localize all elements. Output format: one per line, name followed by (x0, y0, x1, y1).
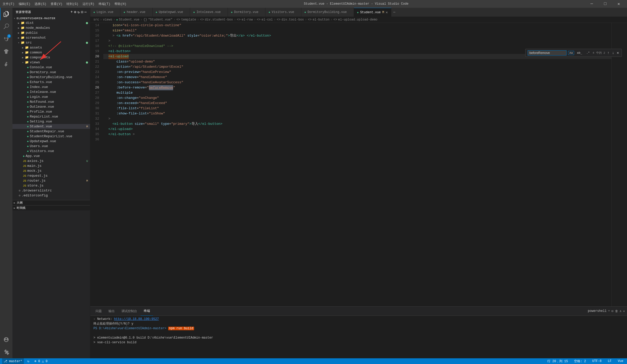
tab-header[interactable]: ◆ header.vue ✕ (120, 8, 152, 17)
find-prev-button[interactable]: ↑ (607, 50, 610, 56)
activity-scm[interactable]: 1 (0, 33, 12, 45)
tree-item-index-vue[interactable]: ◆ Index.vue (12, 85, 90, 90)
tree-item-mock-js[interactable]: JS mock.js (12, 168, 90, 173)
refresh-icon[interactable]: ↻ (78, 10, 80, 14)
menu-view[interactable]: 查看(V) (51, 2, 63, 6)
minimize-button[interactable]: ─ (586, 0, 597, 8)
terminal-content[interactable]: - Network: http://10.18.88.190:9527 终止批处… (90, 316, 627, 358)
tab-student[interactable]: ◆ Student.vue M ✕ (354, 8, 391, 17)
find-input[interactable] (528, 50, 567, 56)
new-folder-icon[interactable]: ⊕ (74, 10, 76, 14)
sync-button[interactable]: ↻ (26, 358, 31, 364)
tree-item-components[interactable]: ▶ 📁 components (12, 55, 90, 60)
tree-root[interactable]: ▾ ELEMENTUIADMIN-MASTER (12, 16, 90, 20)
tree-item-dist[interactable]: ▶ 📁 dist (12, 20, 90, 25)
tab-close-icon[interactable]: ✕ (386, 10, 388, 15)
tab-intoleave[interactable]: ◆ Intoleave.vue ✕ (190, 8, 228, 17)
tree-item-router-js[interactable]: JS router.js M (12, 178, 90, 183)
tree-item-assets[interactable]: ▶ 📁 assets (12, 45, 90, 50)
tree-item-public[interactable]: ▶ 📁 public (12, 30, 90, 35)
find-next-button[interactable]: ↓ (611, 50, 615, 56)
maximize-button[interactable]: □ (599, 0, 611, 8)
tree-item-store-js[interactable]: JS store.js (12, 183, 90, 188)
menu-edit[interactable]: 编辑(E) (19, 2, 31, 6)
menu-select[interactable]: 选择(S) (35, 2, 46, 6)
tab-updatepwd[interactable]: ◆ Updatepwd.vue ✕ (153, 8, 190, 17)
activity-settings[interactable] (0, 346, 12, 358)
activity-accounts[interactable] (0, 333, 12, 346)
tree-item-screenshot[interactable]: ▶ 📁 screenshot (12, 35, 90, 40)
menu-run[interactable]: 运行(R) (83, 2, 94, 6)
find-close-button[interactable]: ✕ (616, 50, 619, 56)
activity-debug[interactable] (0, 45, 12, 58)
tree-item-repairlist-vue[interactable]: ◆ RepairList.vue (12, 114, 90, 119)
tree-item-views[interactable]: ▾ 📁 views (12, 60, 90, 65)
tab-dormbuilding[interactable]: ◆ DormitoryBuilding.vue ✕ (301, 8, 354, 17)
menu-terminal[interactable]: 终端(T) (99, 2, 111, 6)
menu-goto[interactable]: 转到(G) (66, 2, 78, 6)
close-button[interactable]: ✕ (613, 0, 624, 8)
sidebar-actions[interactable]: + ⊕ ↻ ⊟ ⋯ (71, 10, 87, 14)
terminal-link-network[interactable]: http://10.18.88.190:9527 (114, 317, 159, 321)
menu-file[interactable]: 文件(F) (3, 2, 15, 6)
tree-item-echarts-vue[interactable]: ◆ Echarts.vue (12, 80, 90, 85)
tree-item-studentrepairlist-vue[interactable]: ◆ StudentRepairList.vue (12, 134, 90, 139)
tab-login[interactable]: ◆ Login.vue ✕ (90, 8, 120, 17)
tree-item-updatepwd-vue[interactable]: ◆ Updatepwd.vue (12, 139, 90, 144)
tree-item-users-vue[interactable]: ◆ Users.vue (12, 144, 90, 149)
terminal-down-button[interactable]: ✕ (623, 309, 625, 313)
tree-item-axios-js[interactable]: JS axios.js U (12, 159, 90, 163)
window-controls[interactable]: ─ □ ✕ (586, 0, 624, 8)
tab-visitors[interactable]: ◆ Visitors.vue ✕ (265, 8, 301, 17)
tab-dormitory[interactable]: ◆ Dormitory.vue ✕ (228, 8, 265, 17)
tree-item-inteleave-vue[interactable]: ◆ Inteleave.vue (12, 90, 90, 94)
tree-item-console-vue[interactable]: ◆ Console.vue (12, 65, 90, 70)
tree-item-common[interactable]: ▶ 📁 common (12, 50, 90, 55)
tree-item-notfound-vue[interactable]: ◆ NotFound.vue (12, 99, 90, 104)
cursor-position[interactable]: 行 20，列 15 (546, 358, 569, 364)
tree-item-src[interactable]: ▾ 📁 src (12, 40, 90, 45)
tree-item-student-vue[interactable]: ◆ Student.vue M (12, 124, 90, 129)
code-content[interactable]: icon="el-icon-circle-plus-outline" size=… (103, 23, 611, 306)
line-ending[interactable]: LF (606, 358, 613, 364)
collapse-icon[interactable]: ⊟ (81, 10, 83, 14)
tab-more-button[interactable]: ⋯ (391, 8, 398, 17)
terminal-up-button[interactable]: ∧ (620, 309, 622, 313)
tree-item-profile-vue[interactable]: ◆ Profile.vue (12, 109, 90, 114)
tree-item-app-vue[interactable]: ◆ App.vue (12, 154, 90, 159)
outline-section[interactable]: ▶ 大纲 (12, 200, 90, 205)
panel-tab-terminal[interactable]: 终端 (141, 307, 153, 316)
tree-item-editorconfig[interactable]: ⚙ .editorconfig (12, 193, 90, 198)
encoding[interactable]: UTF-8 (591, 358, 603, 364)
tree-item-main-js[interactable]: JS main.js (12, 163, 90, 168)
tree-item-dormbuilding-vue[interactable]: ◆ DormitoryBuilding.vue (12, 75, 90, 80)
tree-item-dormitory-vue[interactable]: ◆ Dormitory.vue (12, 70, 90, 75)
match-word-button[interactable]: ab̲ (576, 51, 583, 55)
activity-search[interactable] (0, 20, 12, 33)
menu-bar[interactable]: 文件(F) 编辑(E) 选择(S) 查看(V) 转到(G) 运行(R) 终端(T… (3, 2, 126, 6)
activity-extensions[interactable] (0, 58, 12, 70)
errors-warnings[interactable]: ⊗ 0 △ 0 (33, 358, 49, 364)
panel-tab-problems[interactable]: 问题 (92, 307, 105, 316)
activity-explorer[interactable] (0, 8, 12, 20)
tree-item-studentrepair-vue[interactable]: ◆ StudentRepair.vue (12, 129, 90, 134)
language-mode[interactable]: Vue (616, 358, 625, 364)
terminal-split-button[interactable]: ⊟ (611, 309, 613, 313)
menu-help[interactable]: 帮助(H) (114, 2, 126, 6)
tree-item-outleave-vue[interactable]: ◆ Outleave.vue (12, 104, 90, 109)
indentation[interactable]: 空格: 2 (573, 358, 588, 364)
new-file-icon[interactable]: + (71, 10, 73, 14)
tree-item-setting-vue[interactable]: ◆ Setting.vue (12, 119, 90, 124)
terminal-add-button[interactable]: + (608, 309, 610, 313)
git-branch[interactable]: ⎇ master* (2, 358, 24, 364)
tree-item-login-vue[interactable]: ◆ Login.vue (12, 94, 90, 99)
more-actions-icon[interactable]: ⋯ (85, 10, 87, 14)
match-case-button[interactable]: Aa (568, 51, 574, 55)
tree-item-node-modules[interactable]: ▶ 📁 node_modules (12, 25, 90, 30)
regex-button[interactable]: .* (585, 51, 591, 55)
tree-item-browserslistrc[interactable]: ⚙ .browserslistrc (12, 188, 90, 193)
terminal-trash-button[interactable]: 🗑 (615, 309, 618, 313)
panel-tab-debug[interactable]: 调试控制台 (118, 307, 140, 316)
tree-item-request-js[interactable]: JS request.js (12, 173, 90, 178)
timeline-section[interactable]: ▶ 时间线 (12, 205, 90, 210)
